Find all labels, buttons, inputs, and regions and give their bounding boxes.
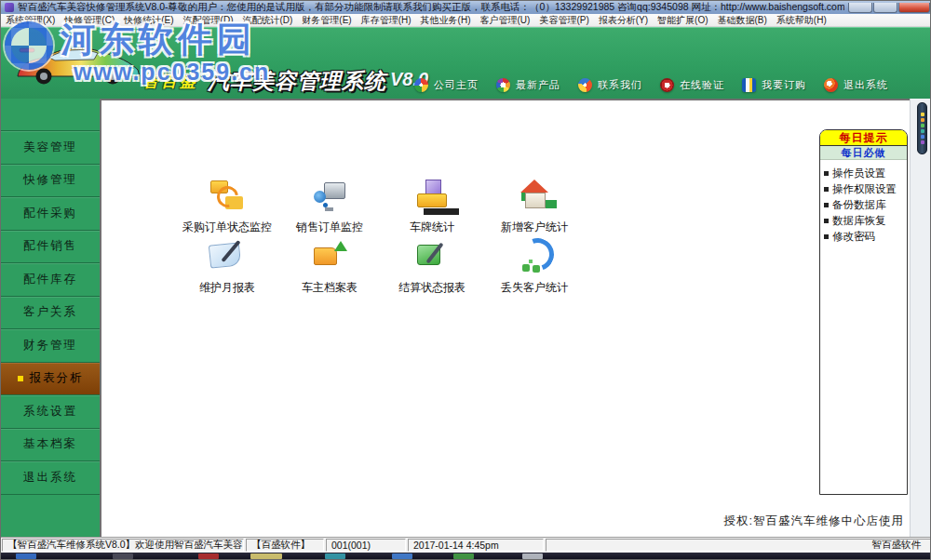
bullet-icon [824,219,829,223]
sidebar-item[interactable]: 配件采购 [1,197,100,231]
tips-list: 操作员设置 操作权限设置 备份数据库 数据库恢复 [820,160,907,250]
nav-link-label: 在线验证 [680,78,724,92]
handle-dot [921,113,924,116]
taskbar [1,553,931,559]
sidebar-spacer [1,99,100,131]
menu-item[interactable]: 汽配管理(D) [179,14,238,27]
main-area: 采购订单状态监控 销售订单监控 车牌统计 新增客户统计 维护月报表 [100,99,911,539]
taskbar-icon [113,553,133,559]
shortcut-item[interactable]: 新增客户统计 [483,175,586,235]
sidebar-item[interactable]: 配件销售 [1,231,100,264]
handle-dot [921,124,924,127]
tip-item[interactable]: 操作员设置 [824,166,903,181]
shortcut-item[interactable]: 维护月报表 [176,235,278,296]
shortcut-icon [513,175,556,218]
menu-item[interactable]: 基础数据(B) [713,14,772,27]
handle-dot [921,118,924,122]
nav-link[interactable]: 最新产品 [496,78,560,92]
status-datetime: 2017-01-14 4:45pm [408,539,544,552]
shortcut-icon [513,235,556,278]
shortcut-item[interactable]: 丢失客户统计 [483,235,586,296]
status-vendor: 【百盛软件】 [246,539,324,552]
handle-dot [921,135,924,139]
tip-item-label: 操作权限设置 [832,181,897,197]
nav-link[interactable]: 联系我们 [578,78,642,92]
tip-item-label: 备份数据库 [832,197,886,213]
tip-item[interactable]: 操作权限设置 [824,181,903,197]
app-icon [5,3,14,12]
shortcut-icon [206,175,249,218]
status-welcome: 【智百盛汽车维修系统V8.0】欢迎使用智百盛汽车美容管理系统... [2,539,244,552]
menu-item[interactable]: 系统帮助(H) [772,14,831,27]
menu-item[interactable]: 其他业务(H) [416,14,476,27]
sidebar-item[interactable]: 基本档案 [1,429,100,462]
car-logo-image [14,39,142,87]
tip-item[interactable]: 数据库恢复 [824,213,903,229]
menu-item[interactable]: 快修统计(E) [119,14,178,27]
sidebar-item[interactable]: 报表分析 [1,363,100,396]
status-bar: 【智百盛汽车维修系统V8.0】欢迎使用智百盛汽车美容管理系统... 【百盛软件】… [1,537,931,553]
menu-item[interactable]: 快修管理(C) [60,14,119,27]
taskbar-icon [453,553,474,559]
handle-dot [921,129,924,133]
shortcut-label: 丢失客户统计 [501,280,568,296]
sidebar-item[interactable]: 配件库存 [1,263,100,297]
status-operator: 001(001) [326,539,406,552]
sidebar-item[interactable]: 客户关系 [1,297,100,330]
header-banner: 智百盛 汽车美容管理系统 V8.0 公司主页 最新产品 联系我们 在线验证 [1,27,931,99]
shortcut-label: 结算状态报表 [398,280,466,296]
taskbar-icon [250,553,282,559]
menu-item[interactable]: 汽配统计(D) [237,14,297,27]
tip-item[interactable]: 备份数据库 [824,197,903,213]
menu-item[interactable]: 财务管理(E) [297,14,356,27]
nav-link-icon [742,78,756,92]
shortcut-label: 维护月报表 [199,280,255,296]
sidebar-item[interactable]: 系统设置 [1,395,100,429]
tips-title: 每日提示 [820,130,907,146]
shortcut-grid: 采购订单状态监控 销售订单监控 车牌统计 新增客户统计 维护月报表 [176,175,586,296]
sidebar-item[interactable]: 美容管理 [1,131,100,165]
bullet-icon [824,171,829,176]
shortcut-item[interactable]: 车牌统计 [381,175,483,235]
nav-link-label: 退出系统 [843,78,888,92]
tip-item[interactable]: 修改密码 [824,229,903,245]
menu-item[interactable]: 库存管理(H) [357,14,416,27]
shortcut-item[interactable]: 销售订单监控 [278,175,381,235]
minimize-button[interactable] [848,3,872,13]
sidebar-item[interactable]: 财务管理 [1,329,100,363]
menu-bar: 系统管理(X)快修管理(C)快修统计(E)汽配管理(D)汽配统计(D)财务管理(… [1,14,931,27]
shortcut-label: 销售订单监控 [296,220,363,235]
shortcut-item[interactable]: 采购订单状态监控 [176,175,278,235]
product-title: 汽车美容管理系统 [208,67,386,96]
nav-link[interactable]: 退出系统 [824,78,888,92]
shortcut-icon [308,235,351,278]
menu-item[interactable]: 客户管理(U) [475,14,534,27]
slide-panel-handle[interactable] [917,102,927,154]
tips-subtitle: 每日必做 [820,146,907,160]
nav-link[interactable]: 在线验证 [660,78,724,92]
nav-link-label: 公司主页 [434,78,479,92]
sidebar: 美容管理快修管理配件采购配件销售配件库存客户关系财务管理报表分析系统设置基本档案… [1,99,100,539]
tip-item-label: 数据库恢复 [832,213,886,229]
maximize-button[interactable] [873,3,897,13]
nav-link-label: 联系我们 [598,78,642,92]
shortcut-item[interactable]: 车主档案表 [278,235,381,296]
nav-link[interactable]: 我要订购 [742,78,806,92]
close-button[interactable] [898,3,930,13]
shortcut-item[interactable]: 结算状态报表 [381,235,483,296]
sidebar-item[interactable]: 退出系统 [1,461,100,495]
menu-item[interactable]: 智能扩展(O) [653,14,712,27]
menu-item[interactable]: 系统管理(X) [1,14,60,27]
shortcut-icon [411,175,453,218]
sidebar-item[interactable]: 快修管理 [1,165,100,198]
shortcut-icon [308,175,351,218]
nav-link-label: 最新产品 [516,78,560,92]
menu-item[interactable]: 美容管理(P) [534,14,593,27]
window-title: 智百盛汽车美容快修管理系统V8.0-尊敬的用户：您使用的是试用版，有部分功能限制… [18,1,844,14]
taskbar-icon [198,553,219,559]
shortcut-label: 新增客户统计 [501,220,568,235]
bullet-icon [824,234,829,239]
nav-link[interactable]: 公司主页 [414,78,479,92]
menu-item[interactable]: 报表分析(Y) [594,14,653,27]
status-company: 智百盛软件 [546,539,931,552]
